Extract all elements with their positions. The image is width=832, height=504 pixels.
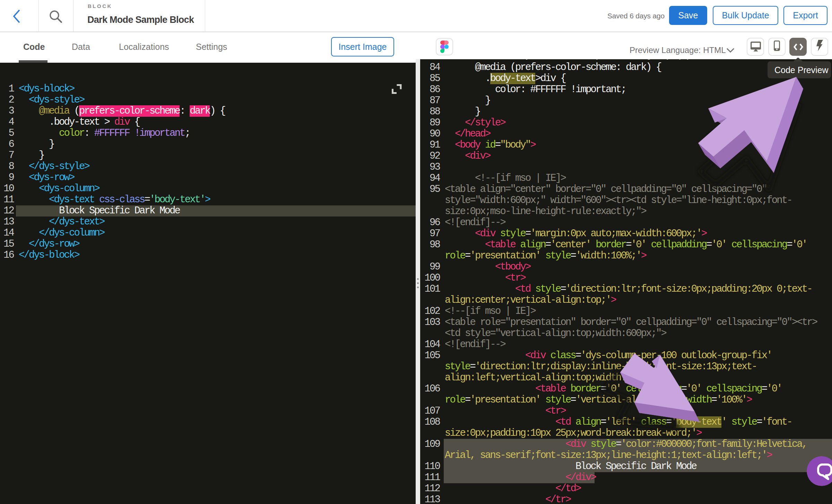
svg-text:Code Preview: Code Preview	[774, 65, 829, 75]
